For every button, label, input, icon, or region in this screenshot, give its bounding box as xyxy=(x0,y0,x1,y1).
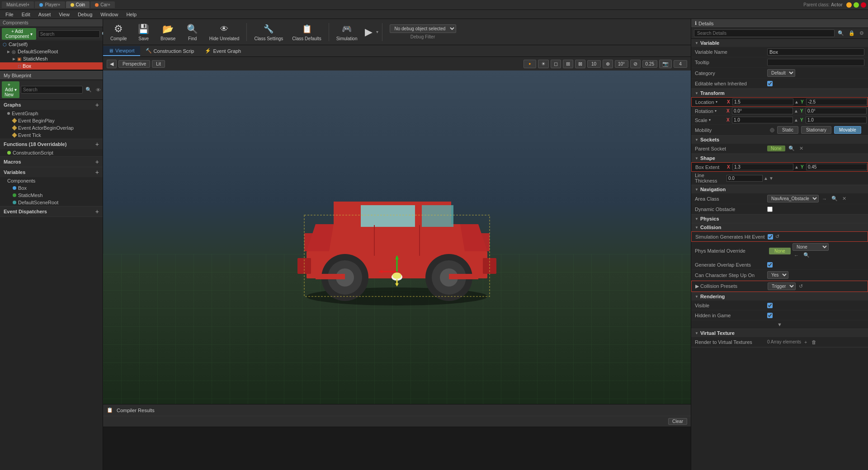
construction-script-item[interactable]: ConstructionScript xyxy=(0,149,103,156)
event-graph-item[interactable]: EventGraph xyxy=(0,110,103,117)
phys-material-none[interactable]: None xyxy=(769,248,791,254)
rotation-x-input[interactable] xyxy=(732,108,793,114)
collision-presets-reset[interactable]: ↺ xyxy=(797,283,804,290)
tree-car-self[interactable]: ⬡ Car(self) xyxy=(0,41,103,48)
maximize-button[interactable] xyxy=(854,2,859,8)
sockets-section-header[interactable]: Sockets xyxy=(691,136,868,144)
event-actor-overlap-item[interactable]: Event ActorBeginOverlap xyxy=(0,124,103,132)
vp-icon-3[interactable]: ◻ xyxy=(551,60,561,68)
debug-object-select[interactable]: No debug object selected xyxy=(390,24,456,33)
compile-button[interactable]: ⚙ Compile xyxy=(107,21,131,43)
rotation-x-up[interactable]: ▲ xyxy=(793,108,799,113)
menu-window[interactable]: Window xyxy=(97,11,122,18)
menu-view[interactable]: View xyxy=(55,11,73,18)
simulation-button[interactable]: 🎮 Simulation xyxy=(333,21,361,43)
functions-add-button[interactable]: + xyxy=(95,141,99,148)
tree-default-scene-root[interactable]: ▶ ◎ DefaultSceneRoot xyxy=(0,48,103,55)
box-extent-x-up[interactable]: ▲ xyxy=(793,164,800,169)
var-box-item[interactable]: Box xyxy=(0,184,103,192)
menu-debug[interactable]: Debug xyxy=(74,11,96,18)
parent-socket-clear[interactable]: ✕ xyxy=(798,145,805,152)
movable-mobility-button[interactable]: Movable xyxy=(834,126,861,134)
render-vt-add[interactable]: + xyxy=(803,339,808,345)
category-select[interactable]: Default xyxy=(767,69,795,77)
visible-checkbox[interactable] xyxy=(767,303,773,308)
variable-section-header[interactable]: Variable xyxy=(691,39,868,47)
collision-section-header[interactable]: Collision xyxy=(691,223,868,231)
navigation-section-header[interactable]: Navigation xyxy=(691,185,868,193)
phys-material-left-arrow[interactable]: ← xyxy=(793,252,800,258)
area-class-select[interactable]: NavArea_Obstacle xyxy=(767,195,819,202)
parent-socket-search[interactable]: 🔍 xyxy=(787,145,796,152)
details-search-button[interactable]: 🔍 xyxy=(836,30,845,37)
transform-section-header[interactable]: Transform xyxy=(691,89,868,97)
vp-icon-5[interactable]: ⊠ xyxy=(575,60,585,68)
details-search-input[interactable] xyxy=(694,29,835,37)
can-character-select[interactable]: Yes No xyxy=(767,271,788,279)
vp-scale-icon[interactable]: ⊘ xyxy=(630,60,641,68)
editable-checkbox[interactable] xyxy=(767,81,773,86)
viewport-back-button[interactable]: ◀ xyxy=(107,60,117,68)
area-class-search[interactable]: 🔍 xyxy=(830,195,839,202)
save-button[interactable]: 💾 Save xyxy=(132,21,155,43)
phys-material-search[interactable]: 🔍 xyxy=(802,252,811,258)
play-button[interactable]: ▶ xyxy=(363,24,374,40)
browse-button[interactable]: 📂 Browse xyxy=(157,21,179,43)
hidden-in-game-checkbox[interactable] xyxy=(767,313,773,318)
tooltip-input[interactable] xyxy=(767,59,864,66)
bp-eye-icon-btn[interactable]: 👁 xyxy=(94,87,102,93)
graphs-add-button[interactable]: + xyxy=(95,101,99,108)
tab-construction-script[interactable]: 🔨 Construction Scrip xyxy=(140,46,200,56)
area-class-clear[interactable]: ✕ xyxy=(841,195,848,202)
tab-viewport[interactable]: 🖥 Viewport xyxy=(103,46,140,56)
scale-y-input[interactable] xyxy=(806,117,867,123)
stationary-mobility-button[interactable]: Stationary xyxy=(801,126,831,134)
menu-edit[interactable]: Edit xyxy=(18,11,34,18)
var-default-scene-item[interactable]: DefaultSceneRoot xyxy=(0,199,103,206)
minimize-button[interactable] xyxy=(846,2,852,8)
area-class-arrow[interactable]: → xyxy=(821,196,828,202)
graphs-header[interactable]: Graphs + xyxy=(0,100,103,110)
details-settings-button[interactable]: ⚙ xyxy=(858,30,865,37)
class-settings-button[interactable]: 🔧 Class Settings xyxy=(250,21,287,43)
collision-presets-select[interactable]: Trigger xyxy=(768,282,796,290)
physics-section-header[interactable]: Physics xyxy=(691,215,868,223)
vp-angle-btn[interactable]: ⊕ xyxy=(603,60,613,68)
vp-icon-2[interactable]: ☀ xyxy=(538,60,549,68)
close-button[interactable] xyxy=(861,2,866,8)
tab-event-graph[interactable]: ⚡ Event Graph xyxy=(199,46,246,56)
scale-x-input[interactable] xyxy=(732,117,793,123)
perspective-button[interactable]: Perspective xyxy=(118,60,150,68)
vp-camera-icon[interactable]: 📷 xyxy=(659,60,672,68)
title-tab-player[interactable]: Player+ xyxy=(35,1,65,8)
add-new-button[interactable]: + Add New ▾ xyxy=(2,81,19,98)
phys-material-select[interactable]: None xyxy=(793,243,829,251)
tree-static-mesh[interactable]: ▶ ▣ StaticMesh xyxy=(0,55,103,62)
variable-name-input[interactable] xyxy=(767,48,864,56)
play-dropdown[interactable]: ▾ xyxy=(376,29,378,34)
menu-help[interactable]: Help xyxy=(123,11,140,18)
class-defaults-button[interactable]: 📋 Class Defaults xyxy=(288,21,325,43)
event-tick-item[interactable]: Event Tick xyxy=(0,132,103,139)
menu-asset[interactable]: Asset xyxy=(35,11,55,18)
box-extent-y-input[interactable] xyxy=(806,164,867,170)
menu-file[interactable]: File xyxy=(2,11,17,18)
render-vt-delete[interactable]: 🗑 xyxy=(810,339,818,345)
rendering-expand-btn[interactable]: ▼ xyxy=(776,321,783,328)
location-x-input[interactable] xyxy=(732,99,793,105)
shape-section-header[interactable]: Shape xyxy=(691,154,868,162)
line-thickness-down[interactable]: ▼ xyxy=(769,176,774,181)
title-tab-car[interactable]: Car+ xyxy=(90,1,115,8)
details-lock-button[interactable]: 🔒 xyxy=(847,30,856,37)
clear-button[interactable]: Clear xyxy=(668,418,687,425)
dispatchers-add-button[interactable]: + xyxy=(95,208,99,215)
rendering-section-header[interactable]: Rendering xyxy=(691,292,868,301)
dispatchers-header[interactable]: Event Dispatchers + xyxy=(0,207,103,216)
bp-search-icon-btn[interactable]: 🔍 xyxy=(84,86,93,93)
hide-unrelated-button[interactable]: 👁 Hide Unrelated xyxy=(206,21,243,43)
find-button[interactable]: 🔍 Find xyxy=(181,21,204,43)
rotation-y-input[interactable] xyxy=(806,108,867,114)
sim-generates-checkbox[interactable] xyxy=(768,234,773,240)
tree-box[interactable]: □ Box xyxy=(0,62,103,70)
component-search-input[interactable] xyxy=(38,30,100,38)
